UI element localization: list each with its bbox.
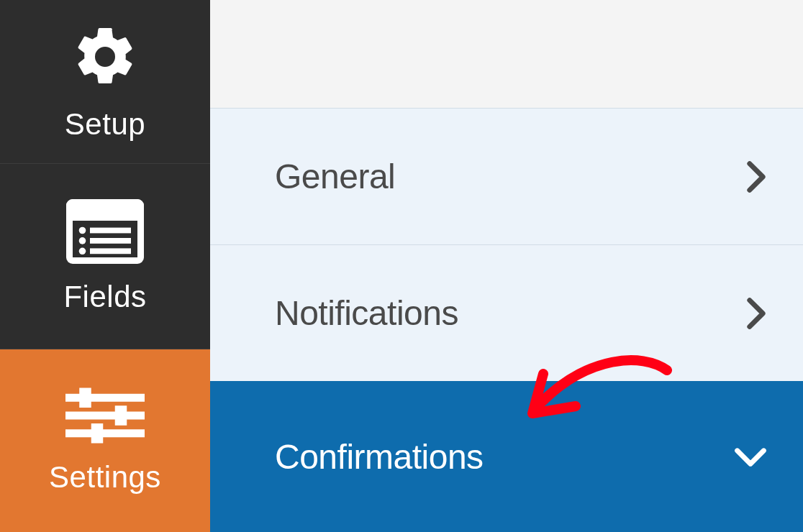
fields-icon: [66, 199, 144, 264]
sidebar: Setup Fields: [0, 0, 210, 532]
sidebar-item-label: Fields: [63, 280, 146, 314]
panel-header-spacer: [210, 0, 803, 108]
chevron-right-icon: [745, 297, 767, 330]
svg-rect-14: [91, 423, 104, 444]
gear-icon: [71, 22, 140, 91]
svg-rect-12: [115, 405, 127, 426]
settings-row-label: Confirmations: [275, 437, 484, 477]
settings-row-confirmations[interactable]: Confirmations: [210, 381, 803, 532]
settings-row-label: Notifications: [275, 293, 458, 333]
settings-panel: General Notifications Confirmations: [210, 0, 803, 532]
sliders-icon: [65, 387, 145, 444]
svg-rect-11: [65, 412, 145, 420]
svg-rect-10: [79, 388, 91, 408]
svg-rect-13: [65, 429, 145, 437]
svg-point-7: [79, 247, 86, 254]
svg-rect-9: [65, 394, 145, 402]
sidebar-item-label: Setup: [65, 107, 145, 142]
sidebar-item-setup[interactable]: Setup: [0, 0, 210, 164]
svg-rect-4: [90, 227, 131, 233]
svg-point-3: [79, 226, 86, 234]
sidebar-item-fields[interactable]: Fields: [0, 164, 210, 349]
sidebar-item-settings[interactable]: Settings: [0, 349, 210, 532]
settings-row-notifications[interactable]: Notifications: [210, 244, 803, 381]
svg-rect-6: [90, 238, 131, 244]
svg-rect-8: [90, 248, 131, 254]
svg-point-5: [79, 237, 86, 244]
settings-row-label: General: [275, 157, 395, 196]
chevron-down-icon: [734, 446, 767, 468]
settings-row-general[interactable]: General: [210, 108, 803, 244]
svg-rect-1: [66, 199, 144, 216]
chevron-right-icon: [745, 160, 767, 193]
sidebar-item-label: Settings: [49, 460, 161, 495]
